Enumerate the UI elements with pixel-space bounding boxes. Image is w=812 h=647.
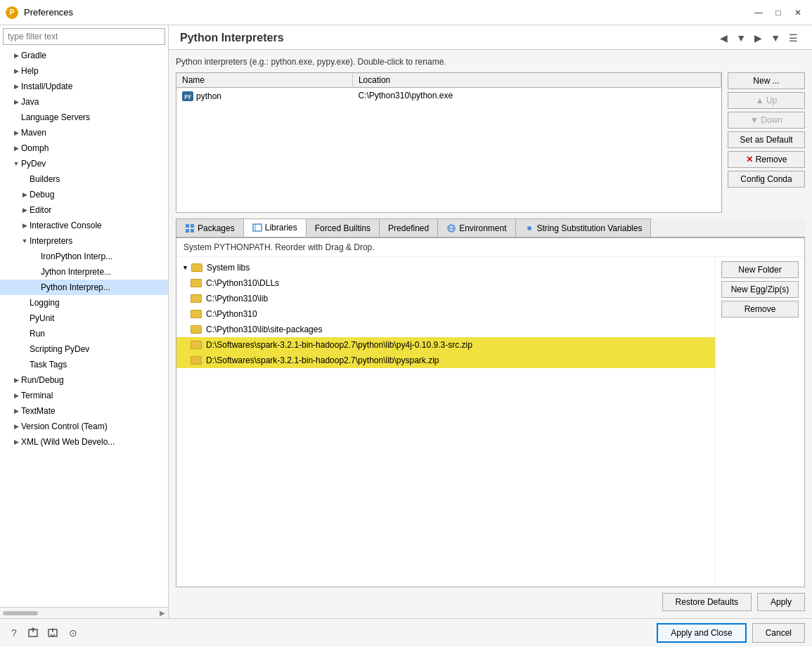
list-item[interactable]: C:\Python310 [176, 306, 715, 322]
sidebar-item-python-interp[interactable]: Python Interprep... [0, 280, 168, 295]
list-item-highlighted-2[interactable]: D:\Softwares\spark-3.2.1-bin-hadoop2.7\p… [176, 353, 715, 368]
chevron-icon [11, 143, 21, 153]
tab-predefined[interactable]: Predefined [379, 218, 438, 237]
sidebar-item-language-servers[interactable]: Language Servers [0, 110, 168, 125]
sidebar-item-pyunit[interactable]: PyUnit [0, 311, 168, 326]
app-icon: P [6, 6, 18, 19]
sidebar-item-run[interactable]: Run [0, 326, 168, 341]
path-tree: ▼ System libs C:\Python310\DLLs C:\Pytho… [176, 257, 715, 587]
restore-defaults-button[interactable]: Restore Defaults [662, 593, 752, 611]
apply-close-button[interactable]: Apply and Close [657, 623, 746, 643]
scroll-right-arrow[interactable]: ▶ [160, 609, 165, 617]
sidebar-item-jython[interactable]: Jython Interprete... [0, 264, 168, 280]
up-button[interactable]: ▲ Up [728, 92, 805, 109]
sidebar-item-builders[interactable]: Builders [0, 171, 168, 187]
sidebar-item-label: PyDev [21, 159, 46, 169]
sidebar-item-java[interactable]: Java [0, 94, 168, 110]
tree-expand-icon: ▼ [182, 264, 188, 271]
sidebar-item-maven[interactable]: Maven [0, 125, 168, 140]
sidebar-item-textmate[interactable]: TextMate [0, 403, 168, 419]
sidebar-item-logging[interactable]: Logging [0, 295, 168, 311]
table-row[interactable]: py python C:\Python310\python.exe [176, 88, 721, 103]
apply-button[interactable]: Apply [757, 593, 805, 611]
sidebar-item-scripting-pydev[interactable]: Scripting PyDev [0, 341, 168, 357]
nav-back-button[interactable]: ◀ [717, 31, 730, 45]
sidebar-item-gradle[interactable]: Gradle [0, 48, 168, 63]
interpreter-row: Name Location py python [176, 72, 805, 213]
sidebar-item-xml[interactable]: XML (Wild Web Develo... [0, 434, 168, 450]
interpreter-table-container: Name Location py python [176, 72, 722, 213]
sidebar-item-interactive-console[interactable]: Interactive Console [0, 218, 168, 233]
tab-string-subst[interactable]: String Substitution Variables [515, 218, 652, 237]
chevron-icon [11, 406, 21, 416]
interpreter-name-cell: py python [176, 88, 352, 103]
cancel-button[interactable]: Cancel [752, 623, 805, 643]
new-egg-zip-button[interactable]: New Egg/Zip(s) [721, 281, 799, 298]
svg-rect-1 [191, 224, 194, 228]
sidebar-item-interpreters[interactable]: Interpreters [0, 233, 168, 249]
new-button[interactable]: New ... [728, 72, 805, 89]
list-item-highlighted-1[interactable]: D:\Softwares\spark-3.2.1-bin-hadoop2.7\p… [176, 337, 715, 353]
chevron-icon [20, 298, 30, 308]
nav-forward-button[interactable]: ▶ [752, 31, 765, 45]
minimize-button[interactable]: — [750, 6, 767, 19]
set-default-button[interactable]: Set as Default [728, 131, 805, 148]
tab-libraries-label: Libraries [265, 223, 297, 233]
filter-input[interactable] [3, 28, 165, 45]
nav-dropdown-button[interactable]: ▼ [733, 31, 749, 45]
chevron-icon [11, 375, 21, 385]
path-text: D:\Softwares\spark-3.2.1-bin-hadoop2.7\p… [206, 355, 439, 365]
sidebar-item-editor[interactable]: Editor [0, 202, 168, 218]
maximize-button[interactable]: □ [770, 6, 787, 19]
close-button[interactable]: ✕ [790, 6, 806, 19]
sidebar-item-ironpython[interactable]: IronPython Interp... [0, 249, 168, 264]
sidebar-item-label: Jython Interprete... [41, 267, 111, 277]
import-icon[interactable] [46, 626, 60, 640]
page-title: Python Interpreters [180, 32, 284, 44]
list-item[interactable]: C:\Python310\lib [176, 291, 715, 306]
chevron-icon [11, 159, 21, 169]
sidebar-item-install-update[interactable]: Install/Update [0, 79, 168, 94]
list-item[interactable]: C:\Python310\lib\site-packages [176, 322, 715, 337]
chevron-icon [11, 51, 21, 60]
sidebar-item-oomph[interactable]: Oomph [0, 140, 168, 156]
config-conda-button[interactable]: Config Conda [728, 171, 805, 188]
title-bar: P Preferences — □ ✕ [0, 0, 812, 25]
path-text: C:\Python310\DLLs [206, 278, 279, 288]
sidebar-item-debug[interactable]: Debug [0, 187, 168, 202]
sidebar-item-pydev[interactable]: PyDev [0, 156, 168, 171]
sidebar-item-label: Logging [30, 298, 60, 308]
nav-menu-button[interactable]: ☰ [786, 31, 801, 45]
tab-packages[interactable]: Packages [176, 218, 244, 237]
export-svg [27, 627, 40, 639]
tab-libraries[interactable]: Libraries [243, 218, 307, 237]
interpreter-name: python [196, 91, 221, 101]
tab-environment[interactable]: Environment [437, 218, 515, 237]
chevron-icon [20, 313, 30, 323]
system-libs-root[interactable]: ▼ System libs [176, 260, 715, 275]
nav-forward-dropdown-button[interactable]: ▼ [768, 31, 783, 45]
panel-content-area: System PYTHONPATH. Reorder with Drag & D… [176, 237, 805, 587]
sidebar-item-label: PyUnit [30, 313, 54, 323]
chevron-icon [20, 236, 30, 246]
list-item[interactable]: C:\Python310\DLLs [176, 275, 715, 291]
remove-button[interactable]: ✕ Remove [728, 151, 805, 168]
new-folder-button[interactable]: New Folder [721, 261, 799, 278]
help-icon[interactable]: ? [7, 626, 21, 640]
tab-forced-builtins[interactable]: Forced Builtins [306, 218, 380, 237]
svg-point-9 [527, 226, 531, 230]
python-badge: py [182, 91, 193, 101]
export-icon[interactable] [27, 626, 41, 640]
sidebar-item-run-debug[interactable]: Run/Debug [0, 372, 168, 388]
sidebar-item-version-control[interactable]: Version Control (Team) [0, 419, 168, 434]
sidebar-item-terminal[interactable]: Terminal [0, 388, 168, 403]
chevron-icon [11, 437, 21, 447]
sidebar-item-task-tags[interactable]: Task Tags [0, 357, 168, 372]
tab-bar: Packages Libraries Forced Builtins Prede… [176, 218, 805, 237]
sidebar-item-help[interactable]: Help [0, 63, 168, 79]
panel-remove-button[interactable]: Remove [721, 301, 799, 318]
col-location-header: Location [352, 73, 721, 88]
content-body: Python interpreters (e.g.: python.exe, p… [169, 50, 812, 618]
down-button[interactable]: ▼ Down [728, 112, 805, 129]
settings-icon[interactable]: ⊙ [66, 626, 80, 640]
